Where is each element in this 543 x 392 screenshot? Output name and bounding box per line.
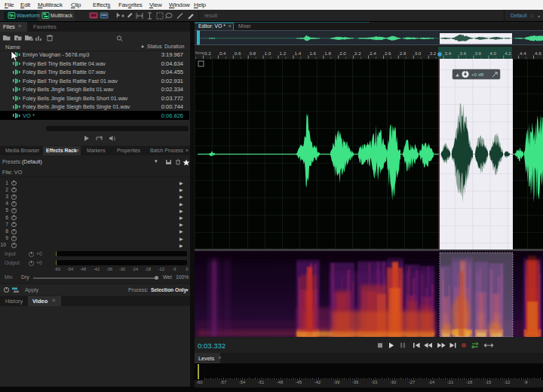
svg-text:1.8: 1.8 [324, 51, 331, 56]
svg-text:0.2: 0.2 [204, 51, 211, 56]
svg-text:3.2: 3.2 [430, 51, 437, 56]
svg-text:1.0: 1.0 [265, 51, 272, 56]
svg-text:0.4: 0.4 [219, 51, 226, 56]
svg-text:2.2: 2.2 [354, 51, 361, 56]
svg-text:1.2: 1.2 [280, 51, 287, 56]
svg-text:4.4: 4.4 [520, 51, 526, 56]
svg-text:0.8: 0.8 [250, 51, 256, 56]
svg-text:3.4: 3.4 [445, 51, 452, 56]
svg-text:4.0: 4.0 [489, 51, 496, 56]
svg-text:+0 dB: +0 dB [471, 72, 483, 77]
svg-text:4.2: 4.2 [505, 51, 511, 56]
svg-text:3.6: 3.6 [460, 51, 467, 56]
svg-text:1.4: 1.4 [295, 51, 302, 56]
svg-text:3.8: 3.8 [474, 51, 481, 56]
svg-text:1.6: 1.6 [309, 51, 316, 56]
svg-text:2.8: 2.8 [400, 51, 406, 56]
svg-text:2.4: 2.4 [370, 51, 376, 56]
svg-text:4.6: 4.6 [535, 51, 541, 56]
svg-text:3.0: 3.0 [415, 51, 422, 56]
svg-text:2.0: 2.0 [339, 51, 346, 56]
svg-text:0.6: 0.6 [235, 51, 241, 56]
svg-text:2.6: 2.6 [385, 51, 391, 56]
